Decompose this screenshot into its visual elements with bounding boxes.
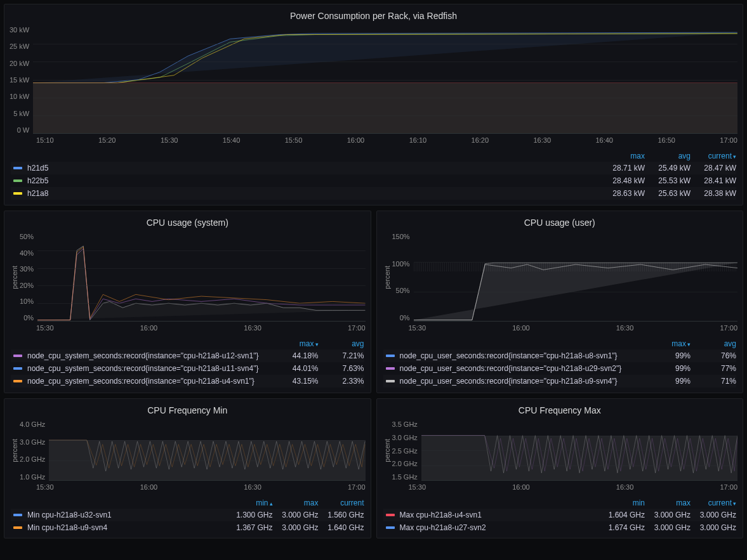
plot-area[interactable] [49,420,365,481]
col-current[interactable]: current [319,498,364,507]
plot-area[interactable] [421,420,737,481]
col-max[interactable]: max▾ [645,339,691,348]
col-current[interactable]: current▾ [691,152,736,160]
panel-freq-min[interactable]: CPU Frequency Min percent 4.0 GHz3.0 GHz… [4,398,371,538]
col-max[interactable]: max [273,498,319,507]
plot-area[interactable] [37,233,365,322]
y-axis: 4.0 GHz3.0 GHz2.0 GHz1.0 GHz [20,420,49,481]
col-max[interactable]: max▾ [273,339,319,348]
series-value-current: 3.000 GHz [691,511,736,519]
legend-item[interactable]: node_cpu_user_seconds:record{instance="c… [383,375,737,387]
series-value-max: 99% [645,364,691,373]
series-swatch [13,367,22,370]
panel-cpu-system[interactable]: CPU usage (system) percent 50%40%30%20%1… [4,211,371,393]
series-swatch [13,355,22,357]
plot-area[interactable] [414,233,737,322]
series-swatch [13,192,22,195]
series-swatch [386,514,395,516]
col-max[interactable]: max [645,498,691,507]
series-value-current: 28.47 kW [691,164,736,173]
panel-power[interactable]: Power Consumption per Rack, via Redfish … [4,4,743,205]
col-avg[interactable]: avg [319,339,364,348]
legend-header[interactable]: max avg current▾ [11,150,736,162]
y-label: percent [10,439,20,462]
legend-item[interactable]: Min cpu-h21a8-u32-svn11.300 GHz3.000 GHz… [11,509,364,521]
panel-freq-max[interactable]: CPU Frequency Max percent 3.5 GHz3.0 GHz… [376,398,744,538]
series-value-min: 1.604 GHz [599,511,645,519]
series-swatch [13,167,22,169]
series-value-avg: 25.53 kW [645,176,691,185]
series-name: Max cpu-h21a8-u4-svn1 [400,511,600,519]
legend-item[interactable]: node_cpu_system_seconds:record{instance=… [11,349,364,362]
col-avg[interactable]: avg [645,152,691,160]
legend: min▴ max current Min cpu-h21a8-u32-svn11… [4,495,371,538]
series-name: node_cpu_user_seconds:record{instance="c… [400,377,645,386]
x-axis: 15:1015:2015:3015:4015:5016:0016:1016:20… [4,134,743,148]
x-axis: 15:3016:0016:3017:00 [377,481,743,495]
series-name: node_cpu_system_seconds:record{instance=… [27,351,273,360]
col-max[interactable]: max [599,152,645,160]
series-value-avg: 71% [691,377,736,386]
series-value-max: 3.000 GHz [273,511,319,519]
series-value-max: 28.71 kW [599,164,645,173]
series-name: Min cpu-h21a8-u32-svn1 [27,511,227,519]
legend-item[interactable]: node_cpu_user_seconds:record{instance="c… [383,362,737,375]
legend-item[interactable]: Min cpu-h21a8-u9-svn41.367 GHz3.000 GHz1… [11,521,364,533]
series-value-max: 3.000 GHz [645,523,691,532]
y-axis: 150%100%50%0% [392,233,414,322]
series-name: Max cpu-h21a8-u27-svn2 [400,523,600,532]
series-value-max: 43.15% [273,377,319,386]
series-swatch [386,367,395,370]
series-value-min: 1.367 GHz [227,523,273,532]
legend-item[interactable]: Max cpu-h21a8-u27-svn21.674 GHz3.000 GHz… [383,521,737,533]
x-axis: 15:3016:0016:3017:00 [4,322,371,335]
panel-cpu-user[interactable]: CPU usage (user) percent 150%100%50%0% 1… [376,211,744,393]
y-label: percent [10,266,20,289]
series-value-current: 3.000 GHz [691,523,736,532]
chevron-down-icon: ▾ [733,500,736,507]
legend-item[interactable]: node_cpu_user_seconds:record{instance="c… [383,349,737,362]
legend-header[interactable]: max▾ avg [11,338,364,349]
series-value-min: 1.674 GHz [599,523,645,532]
legend-item[interactable]: h22b528.48 kW25.53 kW28.41 kW [11,174,736,187]
legend: max▾ avg node_cpu_user_seconds:record{in… [377,335,743,393]
series-swatch [386,526,395,529]
legend-item[interactable]: Max cpu-h21a8-u4-svn11.604 GHz3.000 GHz3… [383,509,737,521]
col-min[interactable]: min▴ [227,498,273,507]
series-swatch [386,380,395,382]
y-label: percent [382,439,392,462]
col-current[interactable]: current▾ [691,498,736,507]
series-value-current: 28.41 kW [691,176,736,185]
legend-header[interactable]: min▴ max current [11,497,364,509]
panel-title: CPU usage (system) [4,215,371,233]
legend: min max current▾ Max cpu-h21a8-u4-svn11.… [377,495,743,538]
series-value-max: 99% [645,377,691,386]
series-name: node_cpu_user_seconds:record{instance="c… [400,351,645,360]
col-min[interactable]: min [599,498,645,507]
series-value-avg: 77% [691,364,736,373]
x-axis: 15:3016:0016:3017:00 [4,481,371,495]
series-name: h22b5 [27,176,599,185]
series-name: h21a8 [27,189,599,198]
series-swatch [13,179,22,182]
panel-title: CPU usage (user) [377,215,743,233]
panel-title: CPU Frequency Min [4,403,371,420]
series-value-avg: 2.33% [319,377,364,386]
plot-area[interactable] [33,26,737,134]
legend-item[interactable]: h21a828.63 kW25.63 kW28.38 kW [11,187,736,200]
series-value-max: 44.18% [273,351,319,360]
legend: max▾ avg node_cpu_system_seconds:record{… [4,335,371,393]
series-value-avg: 25.49 kW [645,164,691,173]
series-value-avg: 25.63 kW [645,189,691,198]
series-name: h21d5 [27,164,599,173]
legend-item[interactable]: node_cpu_system_seconds:record{instance=… [11,362,364,375]
series-name: node_cpu_system_seconds:record{instance=… [27,377,273,386]
series-value-avg: 7.21% [319,351,364,360]
col-avg[interactable]: avg [691,339,736,348]
legend-header[interactable]: max▾ avg [383,338,737,349]
legend-header[interactable]: min max current▾ [383,497,737,509]
series-value-max: 28.63 kW [599,189,645,198]
series-swatch [13,514,22,516]
legend-item[interactable]: node_cpu_system_seconds:record{instance=… [11,375,364,387]
legend-item[interactable]: h21d528.71 kW25.49 kW28.47 kW [11,162,736,174]
